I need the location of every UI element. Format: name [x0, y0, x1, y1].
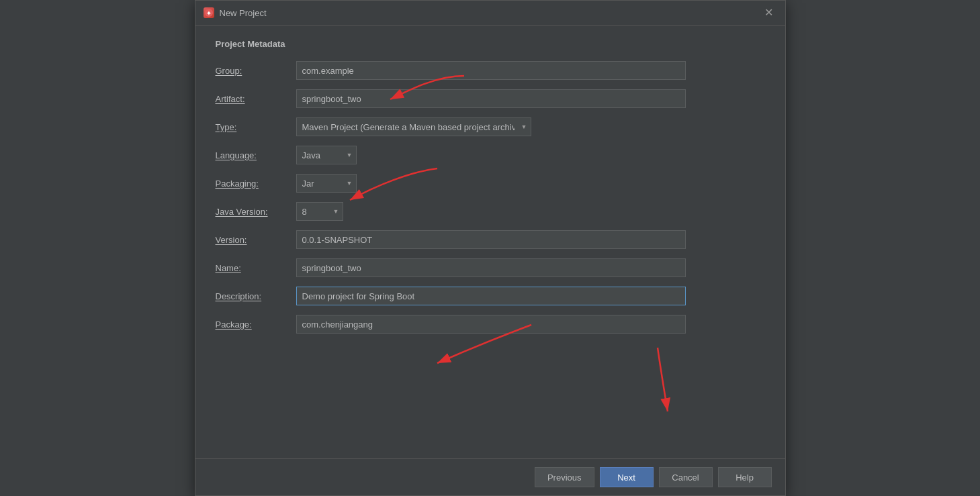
language-row: Language: Java Kotlin Groovy	[216, 146, 765, 164]
java-version-select-wrapper: 8 11 17 21	[296, 202, 343, 221]
version-row: Version:	[216, 230, 765, 249]
packaging-select-wrapper: Jar War	[296, 174, 357, 193]
group-label: Group:	[216, 66, 296, 76]
new-project-dialog: ✦ New Project ✕ Project Metadata Group: …	[195, 0, 786, 496]
language-label: Language:	[216, 150, 296, 160]
next-arrow	[624, 344, 691, 425]
type-select[interactable]: Maven Project (Generate a Maven based pr…	[296, 117, 531, 136]
group-input[interactable]	[296, 61, 686, 80]
help-button[interactable]: Help	[718, 467, 772, 487]
java-version-row: Java Version: 8 11 17 21	[216, 202, 765, 221]
package-label: Package:	[216, 319, 296, 330]
cancel-button[interactable]: Cancel	[659, 467, 713, 487]
packaging-label: Packaging:	[216, 179, 296, 189]
group-row: Group:	[216, 61, 765, 80]
version-label: Version:	[216, 235, 296, 245]
dialog-footer: Previous Next Cancel Help	[195, 458, 785, 495]
app-icon: ✦	[204, 7, 214, 18]
type-select-wrapper: Maven Project (Generate a Maven based pr…	[296, 117, 531, 136]
package-row: Package:	[216, 315, 765, 334]
version-input[interactable]	[296, 230, 686, 249]
svg-text:✦: ✦	[206, 10, 212, 17]
language-select-wrapper: Java Kotlin Groovy	[296, 146, 357, 164]
description-input[interactable]	[296, 287, 686, 305]
title-bar: ✦ New Project ✕	[195, 1, 785, 26]
java-version-select[interactable]: 8 11 17 21	[296, 202, 343, 221]
artifact-row: Artifact:	[216, 89, 765, 108]
title-bar-left: ✦ New Project	[204, 7, 267, 18]
description-row: Description:	[216, 287, 765, 305]
previous-button[interactable]: Previous	[535, 467, 594, 487]
next-button[interactable]: Next	[600, 467, 654, 487]
name-label: Name:	[216, 263, 296, 273]
artifact-label: Artifact:	[216, 94, 296, 104]
type-row: Type: Maven Project (Generate a Maven ba…	[216, 117, 765, 136]
artifact-input[interactable]	[296, 89, 686, 108]
name-input[interactable]	[296, 258, 686, 277]
dialog-content: Project Metadata Group: Artifact:	[195, 26, 785, 458]
name-row: Name:	[216, 258, 765, 277]
packaging-row: Packaging: Jar War	[216, 174, 765, 193]
description-label: Description:	[216, 291, 296, 301]
package-input[interactable]	[296, 315, 686, 334]
packaging-select[interactable]: Jar War	[296, 174, 357, 193]
close-button[interactable]: ✕	[760, 6, 777, 19]
dialog-title: New Project	[220, 8, 267, 18]
language-select[interactable]: Java Kotlin Groovy	[296, 146, 357, 164]
type-label: Type:	[216, 122, 296, 132]
section-title: Project Metadata	[216, 39, 765, 49]
java-version-label: Java Version:	[216, 207, 296, 217]
